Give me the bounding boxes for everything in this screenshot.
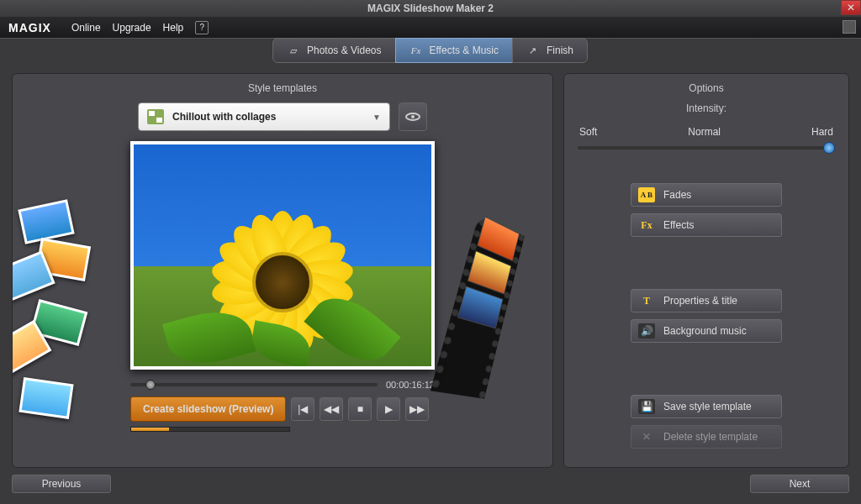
slideshow-preview xyxy=(130,141,435,370)
delete-style-template-button[interactable]: ✕ Delete style template xyxy=(631,425,782,449)
close-icon: ✕ xyxy=(847,2,855,13)
tab-photos-videos[interactable]: ▱ Photos & Videos xyxy=(272,38,396,63)
fades-label: Fades xyxy=(663,189,691,201)
menu-upgrade[interactable]: Upgrade xyxy=(113,22,151,34)
finish-icon: ↗ xyxy=(526,44,540,57)
tab-effects-music[interactable]: Fx Effects & Music xyxy=(395,38,513,63)
delete-label: Delete style template xyxy=(663,431,758,443)
fades-icon: A B xyxy=(638,187,655,202)
chevron-down-icon: ▼ xyxy=(372,113,381,122)
wizard-nav: Previous Next xyxy=(0,468,861,500)
save-style-template-button[interactable]: 💾 Save style template xyxy=(631,395,782,418)
effects-button[interactable]: Fx Effects xyxy=(631,213,782,237)
style-template-dropdown[interactable]: Chillout with collages ▼ xyxy=(138,102,390,131)
intensity-soft: Soft xyxy=(579,126,597,138)
tab-label: Finish xyxy=(547,45,573,56)
brand-logo: MAGIX xyxy=(8,21,60,34)
step-tabs: ▱ Photos & Videos Fx Effects & Music ↗ F… xyxy=(0,38,861,63)
preview-eye-button[interactable] xyxy=(399,102,427,131)
fx-icon: Fx xyxy=(409,44,423,57)
next-button[interactable]: Next xyxy=(750,475,849,493)
eye-icon xyxy=(405,113,420,121)
background-music-button[interactable]: 🔊 Background music xyxy=(631,319,782,343)
speaker-icon: 🔊 xyxy=(638,323,655,339)
timeline-thumb[interactable] xyxy=(145,380,156,390)
options-panel: Options Intensity: Soft Normal Hard A B … xyxy=(563,73,849,468)
intensity-slider[interactable] xyxy=(578,146,835,150)
intensity-scale: Soft Normal Hard xyxy=(576,126,837,138)
intensity-hard: Hard xyxy=(811,126,833,138)
skip-start-icon: |◀ xyxy=(298,403,308,415)
style-templates-panel: Style templates Chillout with collages ▼ xyxy=(12,73,553,468)
timeline: 00:00:16:12 xyxy=(130,380,435,390)
panel-title: Options xyxy=(576,82,837,94)
fades-button[interactable]: A B Fades xyxy=(631,183,782,207)
properties-label: Properties & title xyxy=(663,295,737,307)
music-label: Background music xyxy=(663,325,747,337)
fx-icon: Fx xyxy=(638,218,655,233)
timecode: 00:00:16:12 xyxy=(386,380,435,390)
effects-label: Effects xyxy=(663,219,694,231)
collage-icon xyxy=(147,109,164,124)
corner-button[interactable] xyxy=(843,20,856,34)
window-title: MAGIX Slideshow Maker 2 xyxy=(367,3,494,14)
play-icon: ▶ xyxy=(385,403,393,415)
previous-button[interactable]: Previous xyxy=(12,475,111,493)
render-progress xyxy=(130,427,290,432)
rewind-button[interactable]: ◀◀ xyxy=(320,397,343,421)
tab-finish[interactable]: ↗ Finish xyxy=(512,38,588,63)
save-icon: 💾 xyxy=(638,399,655,414)
menu-help[interactable]: Help xyxy=(163,22,184,34)
stop-icon: ■ xyxy=(357,403,363,415)
skip-start-button[interactable]: |◀ xyxy=(291,397,314,421)
help-hint-icon[interactable]: ? xyxy=(195,21,209,34)
intensity-thumb[interactable] xyxy=(823,142,835,154)
create-label: Create slideshow (Preview) xyxy=(143,403,273,415)
delete-icon: ✕ xyxy=(638,429,655,444)
photos-icon: ▱ xyxy=(287,44,300,57)
panel-title: Style templates xyxy=(24,82,541,94)
dropdown-value: Chillout with collages xyxy=(172,111,364,123)
properties-title-button[interactable]: T Properties & title xyxy=(631,289,782,312)
titlebar: MAGIX Slideshow Maker 2 ✕ xyxy=(0,0,861,17)
menu-online[interactable]: Online xyxy=(71,22,101,34)
rewind-icon: ◀◀ xyxy=(324,403,339,415)
timeline-track[interactable] xyxy=(130,383,378,386)
save-label: Save style template xyxy=(663,401,752,412)
preview-image xyxy=(134,144,431,366)
intensity-normal: Normal xyxy=(688,126,721,138)
create-slideshow-button[interactable]: Create slideshow (Preview) xyxy=(130,396,286,422)
menubar: MAGIX Online Upgrade Help ? xyxy=(0,17,861,39)
tab-label: Photos & Videos xyxy=(307,45,382,56)
fast-forward-button[interactable]: ▶▶ xyxy=(405,397,429,421)
intensity-label: Intensity: xyxy=(576,102,837,114)
fast-forward-icon: ▶▶ xyxy=(409,403,425,415)
play-button[interactable]: ▶ xyxy=(377,397,400,421)
stop-button[interactable]: ■ xyxy=(348,397,372,421)
close-button[interactable]: ✕ xyxy=(841,0,861,15)
tab-label: Effects & Music xyxy=(430,45,499,56)
title-icon: T xyxy=(638,293,655,308)
